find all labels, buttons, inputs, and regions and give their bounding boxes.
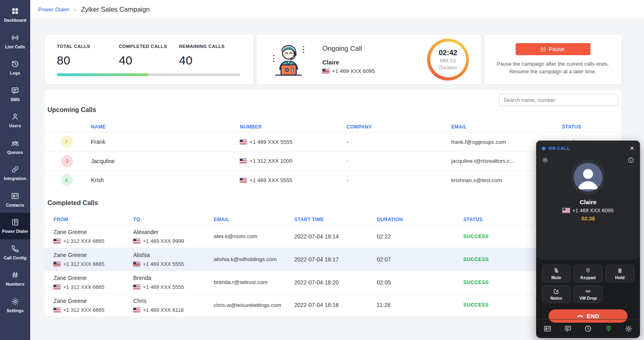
call-timer: 02:38 — [536, 216, 640, 222]
contact-company: - — [347, 177, 451, 183]
column-header-number[interactable]: NUMBER — [240, 124, 347, 130]
column-header-from[interactable]: FROM — [54, 217, 133, 222]
sidebar-item-sms[interactable]: SMS — [0, 81, 30, 108]
column-header-start-time[interactable]: START TIME — [294, 217, 377, 222]
sidebar-item-integration[interactable]: Integration — [0, 160, 30, 187]
stat-completed-calls: COMPLETED CALLS 40 — [119, 44, 179, 67]
top-header: Power Dialer › Zylker Sales Campaign — [30, 0, 644, 19]
sidebar-item-queues[interactable]: Queues — [0, 134, 30, 160]
call-duration-unit: MM:SS — [440, 58, 456, 64]
campaign-tables-panel: Upcoming Calls NAME NUMBER COMPANY EMAIL… — [44, 89, 622, 317]
history-clock-icon[interactable] — [584, 325, 592, 333]
call-duration-label: Duration — [439, 65, 457, 70]
column-header-email[interactable]: EMAIL — [214, 217, 294, 222]
sidebar-label: Dashboard — [4, 18, 27, 23]
sidebar-label: Call Config — [4, 255, 27, 260]
contact-email: alex.k@roots.com — [214, 233, 294, 239]
on-call-status: ON CALL — [549, 146, 570, 151]
table-row[interactable]: Zane Greene+1 312 XXX 6665 Alishia+1 469… — [45, 248, 621, 271]
table-row[interactable]: Zane Greene+1 312 XXX 6665 Chris+1 469 X… — [45, 294, 621, 317]
to-party: Alexander+1 469 XXX 9999 — [133, 228, 214, 244]
caller-number: +1 469 XXX 6095 — [536, 207, 640, 214]
table-row[interactable]: Zane Greene+1 312 XXX 6665 Alexander+1 4… — [45, 225, 621, 248]
to-party: Chris+1 469 XXX 6118 — [133, 297, 214, 313]
keypad-button[interactable]: Keypad — [574, 265, 603, 282]
table-row[interactable]: K Krish +1 469 XXX 5555 - krishnan.s@tes… — [45, 170, 621, 190]
sidebar-label: SMS — [10, 97, 20, 102]
sidebar-item-power-dialer[interactable]: Power Dialer — [0, 213, 30, 239]
duration: 02:07 — [377, 256, 463, 263]
start-time: 2022-07-04 18:17 — [294, 256, 377, 263]
duration: 02:05 — [377, 279, 463, 286]
contacts-icon — [11, 192, 19, 200]
phone-number: +1 469 XXX 6095 — [332, 68, 375, 74]
from-party: Zane Greene+1 312 XXX 6665 — [54, 228, 133, 244]
call-duration-ring: 02:42 MM:SS Duration — [427, 39, 469, 81]
column-header-duration[interactable]: DURATION — [377, 217, 463, 222]
us-flag-icon — [240, 140, 247, 144]
contact-number: +1 469 XXX 5555 — [240, 139, 347, 145]
column-header-company[interactable]: COMPANY — [347, 124, 451, 130]
call-config-icon — [11, 245, 19, 253]
stat-label: REMAINING CALLS — [179, 44, 241, 49]
sidebar-item-dashboard[interactable]: Dashboard — [0, 2, 30, 28]
notes-button[interactable]: Notes — [542, 285, 571, 303]
pause-button[interactable]: Pause — [516, 43, 590, 55]
sidebar-item-contacts[interactable]: Contacts — [0, 187, 30, 213]
call-widget: ON CALL ✕ Claire +1 469 XXX 6095 02:38 M… — [536, 141, 640, 338]
contact-name: Jacquline — [91, 158, 240, 164]
from-party: Zane Greene+1 312 XXX 6665 — [54, 297, 133, 313]
sidebar-item-logs[interactable]: Logs — [0, 54, 30, 81]
caller-name: Claire — [536, 199, 640, 205]
power-dialer-icon — [11, 218, 19, 226]
contact-company: - — [347, 158, 451, 164]
table-row[interactable]: F Frank +1 469 XXX 5555 - frank.f@sggrou… — [45, 132, 621, 151]
us-flag-icon — [133, 308, 140, 312]
us-flag-icon — [133, 262, 140, 266]
vm-drop-button[interactable]: VM Drop — [574, 285, 603, 303]
column-header-name[interactable]: NAME — [91, 124, 240, 130]
campaign-stats-card: TOTAL CALLS 80 COMPLETED CALLS 40 REMAIN… — [44, 34, 254, 85]
ongoing-call-title: Ongoing Call — [322, 45, 375, 53]
start-time: 2022-07-04 18:20 — [294, 279, 377, 286]
sidebar-item-numbers[interactable]: Numbers — [0, 265, 30, 292]
column-header-email[interactable]: EMAIL — [451, 124, 562, 130]
sidebar-label: Users — [9, 123, 21, 128]
sidebar-item-users[interactable]: Users — [0, 107, 30, 134]
contact-card-icon[interactable] — [543, 325, 551, 333]
us-flag-icon — [133, 239, 140, 243]
column-header-to[interactable]: TO — [133, 217, 214, 222]
table-row[interactable]: Zane Greene+1 312 XXX 6665 Brenda+1 469 … — [45, 271, 621, 294]
breadcrumb-parent-link[interactable]: Power Dialer — [38, 6, 69, 12]
sidebar-item-settings[interactable]: Settings — [0, 292, 30, 319]
mute-button[interactable]: Mute — [542, 265, 571, 282]
hold-icon — [617, 267, 623, 274]
sidebar-item-live-calls[interactable]: Live Calls — [0, 28, 30, 55]
table-row[interactable]: J Jacquline +1 312 XXX 1000 - jacquline.… — [45, 151, 621, 171]
chat-icon[interactable] — [564, 325, 572, 333]
stat-label: COMPLETED CALLS — [119, 44, 179, 49]
us-flag-icon — [240, 159, 247, 163]
contact-number: +1 469 XXX 5555 — [240, 177, 347, 183]
dialpad-icon[interactable] — [605, 325, 613, 333]
avatar: F — [61, 136, 73, 148]
column-header-status[interactable]: STATUS — [562, 124, 621, 130]
call-agent-illustration — [268, 39, 309, 80]
sidebar-item-call-config[interactable]: Call Config — [0, 239, 30, 266]
pause-campaign-card: Pause Pause the campaign after the curre… — [484, 34, 622, 85]
contact-email: brenda.r@setrust.com — [214, 279, 294, 285]
contact-name: Krish — [91, 177, 240, 183]
gear-icon[interactable] — [542, 157, 549, 164]
us-flag-icon — [563, 208, 570, 213]
avatar: J — [61, 155, 73, 167]
close-icon[interactable]: ✕ — [630, 145, 634, 151]
end-call-label: END — [587, 313, 600, 319]
contact-name: Frank — [91, 139, 240, 145]
info-icon[interactable] — [627, 157, 634, 164]
search-input[interactable] — [499, 94, 618, 106]
gear-icon[interactable] — [625, 325, 633, 333]
hold-button[interactable]: Hold — [605, 265, 634, 282]
ongoing-call-name: Claire — [322, 59, 375, 66]
numbers-icon — [11, 271, 19, 279]
us-flag-icon — [54, 308, 60, 312]
